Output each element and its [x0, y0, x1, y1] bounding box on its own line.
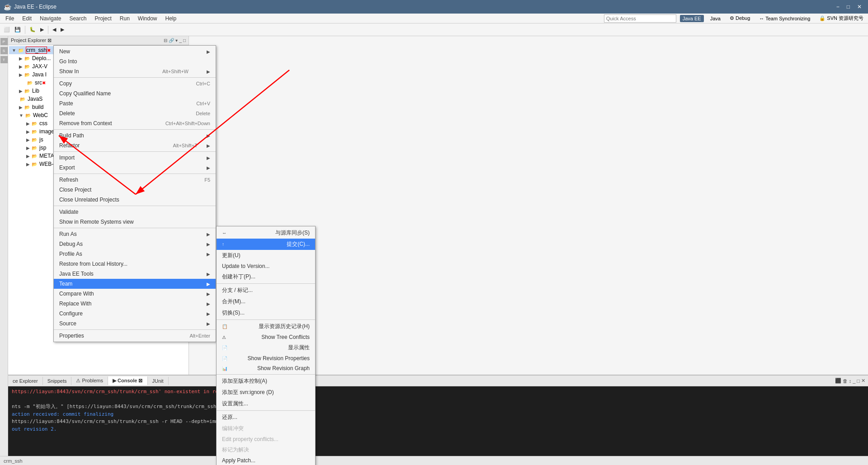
- view-menu-icon[interactable]: ▾: [175, 38, 178, 43]
- tree-label-javas: JavaS: [28, 96, 42, 102]
- cm-remove-shortcut: Ctrl+Alt+Shift+Down: [165, 121, 210, 126]
- cm-javaeetools[interactable]: Java EE Tools ▶: [54, 269, 216, 279]
- cm-configure[interactable]: Configure ▶: [54, 309, 216, 319]
- java-perspective[interactable]: Java: [708, 15, 723, 22]
- title-bar-left: ☕ Java EE - Eclipse: [4, 3, 57, 10]
- side-icon-3[interactable]: T: [0, 56, 8, 63]
- team-showhistory[interactable]: 📋 显示资源历史记录(H): [217, 321, 315, 332]
- team-merge[interactable]: 合并(M)...: [217, 296, 315, 307]
- team-update[interactable]: 更新(U): [217, 250, 315, 261]
- toolbar-debug[interactable]: 🐛: [28, 26, 38, 33]
- tab-junit[interactable]: JUnit: [148, 377, 169, 385]
- cm-properties[interactable]: Properties Alt+Enter: [54, 331, 216, 341]
- cm-source[interactable]: Source ▶: [54, 319, 216, 329]
- cm-showremote[interactable]: Show in Remote Systems view: [54, 217, 216, 227]
- cm-validate[interactable]: Validate: [54, 207, 216, 217]
- team-switch[interactable]: 切换(S)...: [217, 307, 315, 319]
- menu-help[interactable]: Help: [162, 14, 180, 23]
- team-showtreeconflicts[interactable]: ⚠ Show Tree Conflicts: [217, 332, 315, 342]
- team-branchtag[interactable]: 分支 / 标记...: [217, 285, 315, 296]
- team-revert[interactable]: 还原...: [217, 412, 315, 423]
- menu-run[interactable]: Run: [116, 14, 133, 23]
- tab-console[interactable]: ▶ Console ⊠: [108, 376, 148, 385]
- cm-goto[interactable]: Go Into: [54, 56, 216, 66]
- cm-new-arrow: ▶: [207, 49, 210, 54]
- cm-refactor-shortcut: Alt+Shift+T: [173, 143, 198, 148]
- cm-copy[interactable]: Copy Ctrl+C: [54, 79, 216, 89]
- link-with-editor-icon[interactable]: 🔗: [169, 38, 174, 43]
- team-addtovc[interactable]: 添加至版本控制(A): [217, 376, 315, 387]
- toolbar-run[interactable]: ▶: [38, 26, 46, 33]
- cm-import[interactable]: Import ▶: [54, 153, 216, 163]
- team-createpatch[interactable]: 创建补丁(P)...: [217, 271, 315, 282]
- menu-window[interactable]: Window: [134, 14, 161, 23]
- cm-export[interactable]: Export ▶: [54, 163, 216, 173]
- maximize-panel-icon[interactable]: □: [183, 38, 186, 43]
- cm-replacewith[interactable]: Replace With ▶: [54, 299, 216, 309]
- cm-showin[interactable]: Show In Alt+Shift+W ▶: [54, 66, 216, 76]
- menu-file[interactable]: File: [2, 14, 18, 23]
- team-sync[interactable]: ↔ 与源库同步(S): [217, 227, 315, 239]
- console-stop-icon[interactable]: ⬛: [835, 378, 841, 384]
- cm-replacewith-arrow: ▶: [207, 301, 210, 306]
- close-button[interactable]: ✕: [854, 3, 864, 11]
- tab-snippets[interactable]: Snippets: [43, 377, 72, 385]
- cm-closeunrelated[interactable]: Close Unrelated Projects: [54, 195, 216, 205]
- team-sync-perspective[interactable]: ↔ Team Synchronizing: [756, 15, 813, 22]
- toolbar-save[interactable]: 💾: [13, 26, 23, 33]
- team-editpropconflict-label: Edit property conflicts...: [222, 436, 278, 442]
- tab-ce-explorer[interactable]: ce Explorer: [8, 377, 43, 385]
- side-icon-1[interactable]: P: [0, 38, 8, 45]
- java-ee-perspective[interactable]: Java EE: [680, 15, 704, 22]
- console-minimize-icon[interactable]: _: [853, 378, 855, 384]
- cm-delete[interactable]: Delete Delete: [54, 108, 216, 118]
- debug-perspective[interactable]: ⚙ Debug: [727, 14, 753, 22]
- cm-buildpath[interactable]: Build Path ▶: [54, 131, 216, 141]
- tree-label-javai: Java I: [32, 71, 47, 78]
- cm-copyqualified[interactable]: Copy Qualified Name: [54, 89, 216, 99]
- console-scroll-icon[interactable]: ↕: [849, 378, 852, 384]
- toolbar: ⬜ 💾 🐛 ▶ ◀ ▶: [0, 23, 868, 36]
- cm-profileas[interactable]: Profile As ▶: [54, 249, 216, 259]
- team-showattr[interactable]: 📄 显示属性: [217, 342, 315, 353]
- team-showrevprops[interactable]: 📄 Show Revision Properties: [217, 353, 315, 363]
- cm-restorelocal[interactable]: Restore from Local History...: [54, 259, 216, 269]
- cm-team[interactable]: Team ▶: [54, 279, 216, 289]
- cm-copyqualified-label: Copy Qualified Name: [59, 90, 111, 97]
- cm-debugas[interactable]: Debug As ▶: [54, 239, 216, 249]
- team-commit[interactable]: ↑ 提交(C)...: [217, 239, 315, 250]
- cm-runas[interactable]: Run As ▶: [54, 229, 216, 239]
- menu-navigate[interactable]: Navigate: [36, 14, 65, 23]
- toolbar-new[interactable]: ⬜: [2, 26, 12, 33]
- minimize-panel-icon[interactable]: _: [179, 38, 182, 43]
- team-applypatch[interactable]: Apply Patch...: [217, 456, 315, 465]
- console-close-icon[interactable]: ✕: [861, 378, 865, 384]
- maximize-button[interactable]: □: [844, 3, 853, 11]
- menu-project[interactable]: Project: [91, 14, 115, 23]
- collapse-all-icon[interactable]: ⊟: [164, 38, 167, 43]
- tab-problems[interactable]: ⚠ Problems: [71, 376, 108, 385]
- team-showrevgraph[interactable]: 📊 Show Revision Graph: [217, 363, 315, 373]
- svn-perspective[interactable]: 🔒 SVN 资源研究号: [816, 14, 866, 23]
- minimize-button[interactable]: −: [834, 3, 842, 11]
- toolbar-forward[interactable]: ▶: [59, 26, 66, 33]
- team-addsvnignore[interactable]: 添加至 svn:ignore (D): [217, 387, 315, 398]
- quick-access-input[interactable]: [604, 14, 676, 23]
- team-setprops[interactable]: 设置属性...: [217, 398, 315, 409]
- team-branchtag-label: 分支 / 标记...: [222, 287, 253, 294]
- menu-edit[interactable]: Edit: [19, 14, 35, 23]
- cm-paste[interactable]: Paste Ctrl+V: [54, 99, 216, 108]
- team-updateversion[interactable]: Update to Version...: [217, 261, 315, 271]
- cm-refresh[interactable]: Refresh F5: [54, 175, 216, 185]
- menu-search[interactable]: Search: [66, 14, 90, 23]
- console-clear-icon[interactable]: 🗑: [843, 378, 848, 384]
- console-maximize-icon[interactable]: □: [857, 378, 860, 384]
- cm-remove[interactable]: Remove from Context Ctrl+Alt+Shift+Down: [54, 118, 216, 128]
- team-sep3: [217, 374, 315, 375]
- toolbar-back[interactable]: ◀: [51, 26, 58, 33]
- cm-new[interactable]: New ▶: [54, 47, 216, 56]
- cm-comparewith[interactable]: Compare With ▶: [54, 289, 216, 299]
- side-icon-2[interactable]: S: [0, 47, 8, 54]
- cm-closeproject[interactable]: Close Project: [54, 185, 216, 195]
- cm-refactor[interactable]: Refactor Alt+Shift+T ▶: [54, 141, 216, 150]
